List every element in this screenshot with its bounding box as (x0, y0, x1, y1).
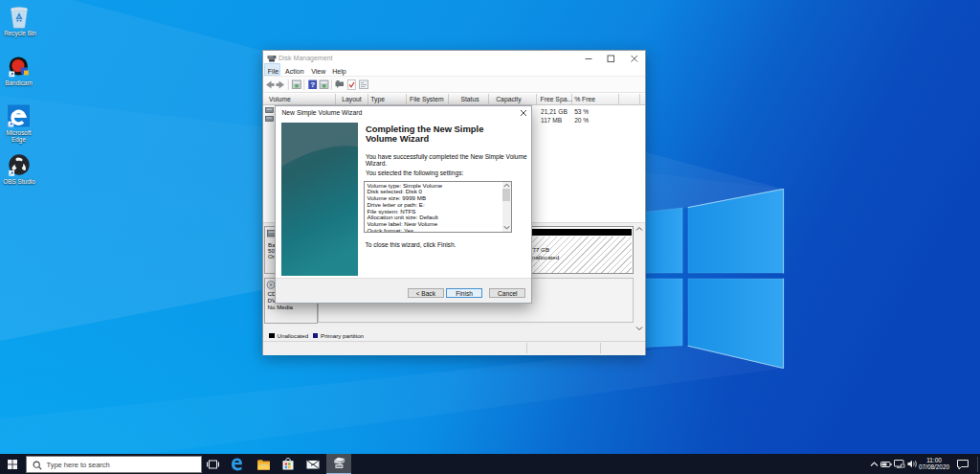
svg-text:?: ? (310, 80, 315, 89)
